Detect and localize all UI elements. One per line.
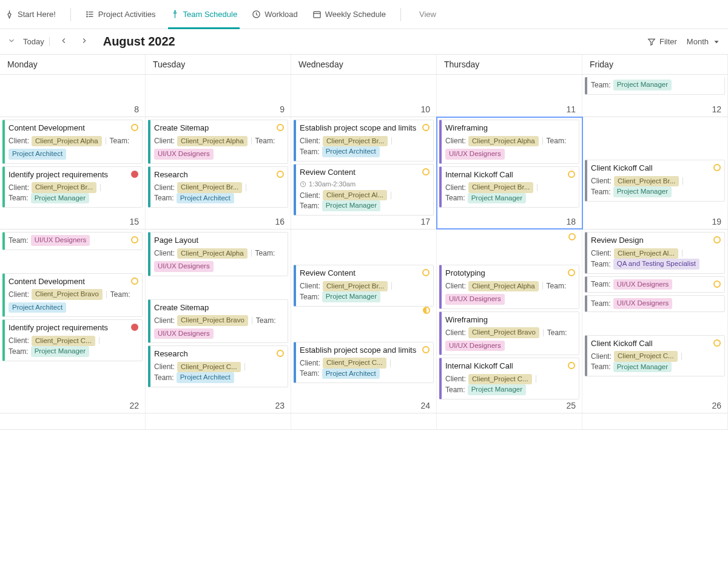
day-cell[interactable]: Review Content Client:Client_Project Br.… bbox=[291, 229, 437, 413]
date-number: 10 bbox=[420, 104, 430, 114]
event-card[interactable]: Team:UI/UX Designers bbox=[585, 276, 725, 293]
event-card[interactable]: Review Content 1:30am-2:30am Client:Clie… bbox=[294, 164, 434, 216]
event-card[interactable]: Identify project requirements Client:Cli… bbox=[2, 319, 143, 361]
tab-team-schedule[interactable]: Team Schedule bbox=[170, 0, 238, 29]
event-card[interactable]: Review Content Client:Client_Project Br.… bbox=[294, 265, 434, 307]
day-header: Wednesday bbox=[291, 55, 437, 74]
chevron-right-icon bbox=[80, 36, 89, 45]
client-chip: Client_Project Al... bbox=[323, 190, 387, 201]
status-dot-icon bbox=[568, 269, 575, 276]
event-card[interactable]: Establish project scope and limits Clien… bbox=[294, 342, 434, 384]
day-cell[interactable]: Team:UI/UX Designers Content Development… bbox=[0, 229, 146, 413]
team-label: Team: bbox=[8, 347, 29, 356]
event-card[interactable]: Create Sitemap Client:Client_Project Bra… bbox=[148, 299, 288, 344]
event-card[interactable]: Research Client:Client_Project Br... Tea… bbox=[148, 166, 288, 208]
tab-project-activities[interactable]: Project Activities bbox=[86, 0, 156, 29]
event-card[interactable]: Internal Kickoff Call Client:Client_Proj… bbox=[439, 166, 579, 208]
team-chip: Project Manager bbox=[322, 291, 380, 302]
team-chip: UI/UX Designers bbox=[613, 298, 673, 309]
event-card[interactable]: Team:UI/UX Designers bbox=[2, 232, 143, 250]
date-number: 16 bbox=[275, 217, 285, 226]
day-cell[interactable]: Client Kickoff Call Client:Client_Projec… bbox=[582, 117, 728, 229]
event-card[interactable]: Team:UI/UX Designers bbox=[585, 295, 725, 312]
prev-button[interactable] bbox=[57, 34, 70, 49]
team-chip: Project Manager bbox=[31, 346, 89, 357]
date-number: 17 bbox=[420, 217, 430, 226]
client-chip: Client_Project Bravo bbox=[32, 289, 103, 300]
day-cell[interactable]: Page Layout Client:Client_Project AlphaT… bbox=[146, 229, 291, 413]
day-cell[interactable]: Prototyping Client:Client_Project AlphaT… bbox=[437, 229, 582, 413]
day-cell[interactable]: Create Sitemap Client:Client_Project Alp… bbox=[146, 117, 291, 229]
team-chip: UI/UX Designers bbox=[154, 328, 214, 339]
client-chip: Client_Project Br... bbox=[177, 182, 242, 193]
event-card[interactable]: Research Client:Client_Project C... Team… bbox=[148, 345, 288, 387]
event-card[interactable]: Establish project scope and limits Clien… bbox=[294, 120, 434, 162]
range-label: Month bbox=[687, 37, 709, 46]
team-label: Team: bbox=[591, 259, 611, 269]
next-button[interactable] bbox=[78, 34, 91, 49]
pin-icon bbox=[5, 10, 14, 19]
event-card[interactable]: Client Kickoff Call Client:Client_Projec… bbox=[585, 335, 725, 377]
tab-start-here[interactable]: Start Here! bbox=[5, 0, 56, 29]
team-chip: UI/UX Designers bbox=[154, 261, 214, 272]
day-cell[interactable] bbox=[291, 413, 437, 429]
client-chip: Client_Project Br... bbox=[614, 176, 679, 187]
clock-icon bbox=[300, 181, 306, 188]
add-view-button[interactable]: View bbox=[416, 10, 436, 19]
day-cell[interactable]: 9 bbox=[146, 75, 291, 117]
day-cell[interactable]: Content Development Client:Client_Projec… bbox=[0, 117, 146, 229]
client-chip: Client_Project C... bbox=[32, 336, 95, 347]
day-cell[interactable]: Establish project scope and limits Clien… bbox=[291, 117, 437, 229]
event-title: Content Development bbox=[8, 276, 138, 287]
add-view-label: View bbox=[419, 10, 436, 19]
filter-button[interactable]: Filter bbox=[647, 37, 677, 46]
day-cell[interactable]: 10 bbox=[291, 75, 437, 117]
status-dot-icon bbox=[568, 171, 575, 178]
tab-workload[interactable]: Workload bbox=[252, 0, 298, 29]
event-card[interactable]: Wireframing Client:Client_Project BravoT… bbox=[439, 311, 579, 356]
event-card[interactable]: Create Sitemap Client:Client_Project Alp… bbox=[148, 120, 288, 164]
event-card[interactable]: Identify project requirements Client:Cli… bbox=[2, 166, 143, 208]
event-card[interactable]: Wireframing Client:Client_Project AlphaT… bbox=[439, 120, 579, 164]
today-button[interactable]: Today bbox=[23, 37, 50, 46]
day-cell[interactable] bbox=[437, 413, 582, 429]
tab-weekly-schedule[interactable]: Weekly Schedule bbox=[312, 0, 386, 29]
workload-icon bbox=[252, 10, 261, 19]
day-cell[interactable]: 11 bbox=[437, 75, 582, 117]
event-card[interactable]: Prototyping Client:Client_Project AlphaT… bbox=[439, 265, 579, 309]
event-card[interactable]: Content Development Client:Client_Projec… bbox=[2, 120, 143, 164]
svg-point-5 bbox=[87, 16, 87, 17]
team-chip: UI/UX Designers bbox=[154, 149, 214, 160]
team-label: Team: bbox=[591, 187, 611, 197]
team-label: Team: bbox=[300, 201, 320, 211]
date-number: 18 bbox=[566, 217, 576, 226]
day-cell[interactable]: Wireframing Client:Client_Project AlphaT… bbox=[437, 117, 582, 229]
day-cell[interactable]: Team:Project Manager 12 bbox=[582, 75, 728, 117]
range-selector[interactable]: Month bbox=[687, 37, 721, 46]
filter-label: Filter bbox=[659, 37, 677, 46]
event-card[interactable]: Internal Kickoff Call Client:Client_Proj… bbox=[439, 358, 579, 399]
event-card[interactable]: Team:Project Manager bbox=[585, 77, 725, 95]
day-cell[interactable] bbox=[0, 413, 146, 429]
client-chip: Client_Project C... bbox=[177, 362, 241, 373]
event-card[interactable]: Client Kickoff Call Client:Client_Projec… bbox=[585, 160, 725, 202]
event-card[interactable]: Content Development Client:Client_Projec… bbox=[2, 273, 143, 318]
event-title: Establish project scope and limits bbox=[300, 345, 430, 356]
filter-icon bbox=[647, 38, 656, 46]
event-card[interactable]: Review Design Client:Client_Project Al..… bbox=[585, 232, 725, 274]
event-card[interactable]: Page Layout Client:Client_Project AlphaT… bbox=[148, 232, 288, 276]
day-cell[interactable] bbox=[582, 413, 728, 429]
client-label: Client: bbox=[8, 183, 29, 192]
date-number: 11 bbox=[566, 104, 576, 114]
date-number: 23 bbox=[275, 401, 285, 410]
client-label: Client: bbox=[300, 136, 320, 146]
expand-caret[interactable] bbox=[7, 36, 16, 47]
day-cell[interactable]: Review Design Client:Client_Project Al..… bbox=[582, 229, 728, 413]
day-header-row: Monday Tuesday Wednesday Thursday Friday bbox=[0, 55, 728, 75]
team-chip: Project Manager bbox=[613, 186, 672, 197]
day-cell[interactable] bbox=[146, 413, 291, 429]
day-cell[interactable]: 8 bbox=[0, 75, 146, 117]
client-label: Client: bbox=[445, 374, 466, 384]
client-label: Client: bbox=[445, 281, 466, 291]
date-number: 8 bbox=[134, 104, 139, 114]
